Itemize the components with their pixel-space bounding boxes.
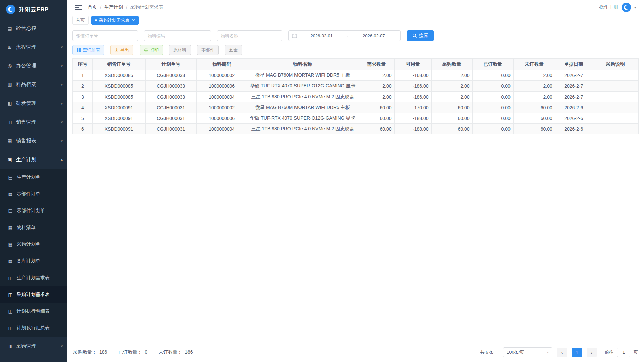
page-size-select[interactable]: 100条/页 ▾ xyxy=(503,347,552,357)
column-header: 可用量 xyxy=(394,59,431,70)
table-cell: 4 xyxy=(73,102,93,113)
close-icon[interactable]: × xyxy=(132,18,135,23)
material-name-input[interactable] xyxy=(217,30,282,41)
sidebar-item-sales-management[interactable]: ◫销售管理∨ xyxy=(0,113,67,131)
sheet-icon: ◫ xyxy=(7,275,13,281)
table-icon: ▦ xyxy=(7,191,13,197)
flow-icon: ⊞ xyxy=(7,44,13,50)
chevron-down-icon[interactable]: ▾ xyxy=(634,6,636,9)
sidebar-item-purchase-management[interactable]: ◨采购管理∨ xyxy=(0,337,67,355)
column-header: 已订数量 xyxy=(472,59,513,70)
table-cell: -186.00 xyxy=(394,81,431,92)
print-button[interactable]: 打印 xyxy=(140,45,163,55)
sidebar-item-parts-order[interactable]: ▦零部件订单 xyxy=(0,186,67,202)
sidebar-item-business-overview[interactable]: ▤经营总控 xyxy=(0,19,67,38)
table-cell: 2 xyxy=(73,81,93,92)
date-separator: - xyxy=(346,33,349,38)
sheet-icon: ◫ xyxy=(7,325,13,331)
table-cell: XSDD000085 xyxy=(93,81,146,92)
hardware-button[interactable]: 五金 xyxy=(225,45,242,55)
breadcrumb-production-plan[interactable]: 生产计划 xyxy=(104,4,123,10)
table-cell: CGJH000031 xyxy=(146,102,197,113)
table-cell: -170.00 xyxy=(394,102,431,113)
next-page-button[interactable]: › xyxy=(587,348,597,357)
sidebar-item-parts-plan-order[interactable]: ▤零部件计划单 xyxy=(0,202,67,219)
goto-page-input[interactable] xyxy=(617,348,630,357)
table-row[interactable]: 1XSDD000085CGJH0000331000000002微星 MAG B7… xyxy=(73,70,639,81)
menu-item-label: 流程管理 xyxy=(16,44,36,50)
sidebar-item-stock-plan-order[interactable]: ▦备库计划单 xyxy=(0,253,67,269)
sidebar-item-workshop-settings[interactable]: ◩车间设置∨ xyxy=(0,355,67,362)
table-cell: 5 xyxy=(73,113,93,124)
sidebar-item-process-management[interactable]: ⊞流程管理∨ xyxy=(0,38,67,56)
sidebar-menu: ▤经营总控⊞流程管理∨◎办公管理∨▥料品档案∨◧研发管理∨◫销售管理∨▦销售报表… xyxy=(0,19,67,362)
menu-item-label: 采购管理 xyxy=(16,343,36,349)
table-row[interactable]: 6XSDD000091CGJH0000311000000004三星 1TB 98… xyxy=(73,124,639,134)
table-cell: 60.00 xyxy=(513,102,555,113)
sidebar-item-purchase-plan-order[interactable]: ▦采购计划单 xyxy=(0,236,67,253)
table-row[interactable]: 5XSDD000091CGJH0000311000000006华硕 TUF-RT… xyxy=(73,113,639,124)
doc-icon: ▤ xyxy=(7,208,13,214)
table-cell: 2026-2-7 xyxy=(555,81,592,92)
table-cell: 2.00 xyxy=(358,92,394,102)
avatar[interactable] xyxy=(622,3,631,12)
page-1-button[interactable]: 1 xyxy=(572,348,582,357)
chevron-down-icon: ∨ xyxy=(61,139,63,143)
tab-label: 采购计划需求表 xyxy=(99,17,129,23)
raw-material-button[interactable]: 原材料 xyxy=(169,45,191,55)
tab-home[interactable]: 首页 xyxy=(72,16,89,25)
logo-icon xyxy=(6,5,15,14)
sidebar-item-plan-exec-detail[interactable]: ◫计划执行明细表 xyxy=(0,303,67,320)
sidebar-item-plan-exec-summary[interactable]: ◫计划执行汇总表 xyxy=(0,320,67,337)
manual-link[interactable]: 操作手册 xyxy=(599,4,618,10)
parts-button[interactable]: 零部件 xyxy=(197,45,219,55)
breadcrumb-home[interactable]: 首页 xyxy=(88,4,97,10)
table-cell: 微星 MAG B760M MORTAR WIFI DDR5 主板 xyxy=(247,70,358,81)
table-cell: XSDD000091 xyxy=(93,124,146,134)
menu-item-label: 物料清单 xyxy=(17,225,36,231)
table-cell: 0.00 xyxy=(472,124,513,134)
query-all-button[interactable]: 查询所有 xyxy=(72,45,104,55)
chevron-down-icon: ▾ xyxy=(547,350,549,354)
summary-value: 186 xyxy=(185,349,193,355)
table-cell: 2026-2-6 xyxy=(555,102,592,113)
table-row[interactable]: 2XSDD000085CGJH0000331000000006华硕 TUF-RT… xyxy=(73,81,639,92)
rd-icon: ◧ xyxy=(7,101,13,106)
table-cell: CGJH000033 xyxy=(146,81,197,92)
sidebar-item-sales-report[interactable]: ▦销售报表∨ xyxy=(0,131,67,150)
search-button[interactable]: 搜索 xyxy=(407,30,434,41)
table-cell: CGJH000031 xyxy=(146,124,197,134)
sidebar-item-production-plan-order[interactable]: ▤生产计划单 xyxy=(0,169,67,186)
material-code-input[interactable] xyxy=(144,30,211,41)
date-range-picker[interactable]: 2026-02-01 - 2026-02-07 xyxy=(288,30,401,41)
chevron-down-icon: ∨ xyxy=(61,83,63,86)
calendar-icon xyxy=(292,33,297,38)
sidebar-item-production-plan-demand[interactable]: ◫生产计划需求表 xyxy=(0,269,67,286)
table-row[interactable]: 4XSDD000091CGJH0000311000000002微星 MAG B7… xyxy=(73,102,639,113)
sidebar-item-bom[interactable]: ▦物料清单 xyxy=(0,219,67,236)
sidebar-item-office-management[interactable]: ◎办公管理∨ xyxy=(0,56,67,75)
sidebar-item-material-archive[interactable]: ▥料品档案∨ xyxy=(0,75,67,94)
tab-purchase-plan-demand[interactable]: 采购计划需求表× xyxy=(91,16,139,25)
sidebar-item-purchase-plan-demand[interactable]: ◫采购计划需求表 xyxy=(0,286,67,303)
table-header-row: 序号销售订单号计划单号物料编码物料名称需求数量可用量采购数量已订数量未订数量单据… xyxy=(73,59,639,70)
chevron-down-icon: ∨ xyxy=(61,45,63,49)
table-cell: 60.00 xyxy=(513,124,555,134)
table-row[interactable]: 3XSDD000085CGJH0000331000000004三星 1TB 98… xyxy=(73,92,639,102)
table-cell: XSDD000091 xyxy=(93,113,146,124)
sidebar-item-production-plan[interactable]: ▣生产计划∧ xyxy=(0,150,67,169)
sales-order-input[interactable] xyxy=(72,30,138,41)
prev-page-button[interactable]: ‹ xyxy=(557,348,567,357)
table-icon: ▦ xyxy=(7,258,13,264)
column-header: 序号 xyxy=(73,59,93,70)
button-label: 导出 xyxy=(120,47,129,53)
export-button[interactable]: 导出 xyxy=(110,45,133,55)
sidebar-item-rd-management[interactable]: ◧研发管理∨ xyxy=(0,94,67,113)
summary-label: 未订数量： xyxy=(159,349,182,355)
table-cell: -188.00 xyxy=(394,124,431,134)
button-label: 零部件 xyxy=(201,47,214,53)
table-cell: 1000000004 xyxy=(197,124,247,134)
table-cell: 1000000002 xyxy=(197,70,247,81)
menu-item-label: 零部件计划单 xyxy=(17,208,45,214)
sidebar-toggle-icon[interactable] xyxy=(75,5,82,10)
